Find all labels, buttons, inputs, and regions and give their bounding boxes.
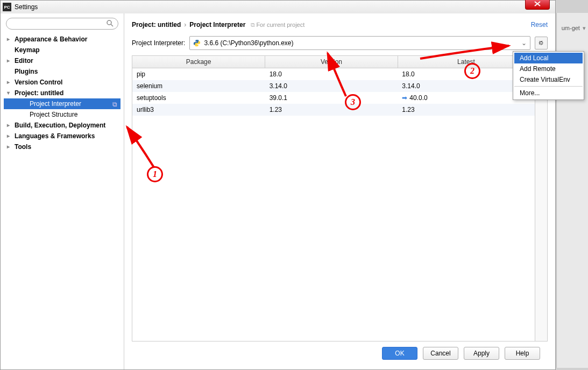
close-button[interactable] xyxy=(525,0,550,10)
search-wrap xyxy=(1,18,124,34)
tree-plugins[interactable]: Plugins xyxy=(4,66,121,77)
table-row[interactable]: pip18.018.0 xyxy=(132,68,535,81)
chevron-down-icon: ▾ xyxy=(7,90,10,96)
tree-version-control[interactable]: ▸Version Control xyxy=(4,77,121,88)
titlebar: PC Settings xyxy=(1,1,555,14)
upgrade-arrow-icon: ➡ xyxy=(402,94,407,102)
settings-window: PC Settings ▸Appearance & Behavior Keyma… xyxy=(0,0,556,370)
cancel-button[interactable]: Cancel xyxy=(423,347,458,360)
python-icon xyxy=(193,39,201,47)
chevron-right-icon: ▸ xyxy=(7,122,10,128)
tree-build[interactable]: ▸Build, Execution, Deployment xyxy=(4,120,121,131)
chevron-down-icon: ▾ xyxy=(581,25,586,31)
background-tab: um-get ▾ xyxy=(562,25,586,32)
interpreter-gear-button[interactable]: ⛭ xyxy=(535,37,548,49)
col-version[interactable]: Version xyxy=(265,56,398,68)
table-header-row: Package Version Latest xyxy=(132,56,535,68)
breadcrumb: Project: untitled › Project Interpreter … xyxy=(132,21,548,29)
table-row[interactable]: urllib31.231.23 xyxy=(132,104,535,116)
help-button[interactable]: Help xyxy=(505,347,540,360)
interpreter-label: Project Interpreter: xyxy=(132,39,185,47)
menu-more[interactable]: More... xyxy=(514,88,583,98)
table-row[interactable]: selenium3.14.03.14.0 xyxy=(132,80,535,92)
menu-create-virtualenv[interactable]: Create VirtualEnv xyxy=(514,74,583,85)
cell-version: 18.0 xyxy=(265,68,398,81)
interpreter-dropdown[interactable]: 3.6.6 (C:\Python36\python.exe) ⌄ xyxy=(189,36,530,50)
interpreter-context-menu: Add Local Add Remote Create VirtualEnv M… xyxy=(513,51,584,100)
menu-separator xyxy=(514,86,583,87)
interpreter-value: 3.6.6 (C:\Python36\python.exe) xyxy=(204,39,293,47)
chevron-right-icon: ▸ xyxy=(7,36,10,42)
tree-tools[interactable]: ▸Tools xyxy=(4,141,121,152)
tree-languages[interactable]: ▸Languages & Frameworks xyxy=(4,131,121,141)
apply-button[interactable]: Apply xyxy=(464,347,499,360)
table-row[interactable]: setuptools39.0.1➡40.0.0 xyxy=(132,92,535,104)
sidebar: ▸Appearance & Behavior Keymap ▸Editor Pl… xyxy=(1,13,124,369)
gear-icon: ⛭ xyxy=(538,39,544,47)
copy-icon: ⧉ xyxy=(112,101,117,108)
chevron-right-icon: ▸ xyxy=(7,133,10,139)
tree-project-interpreter[interactable]: Project Interpreter⧉ xyxy=(4,98,121,109)
interpreter-row: Project Interpreter: 3.6.6 (C:\Python36\… xyxy=(132,36,548,50)
tree-project[interactable]: ▾Project: untitled xyxy=(4,88,121,98)
menu-add-local[interactable]: Add Local xyxy=(514,53,583,63)
chevron-right-icon: ▸ xyxy=(7,144,10,150)
breadcrumb-project[interactable]: Project: untitled xyxy=(132,21,181,29)
search-input[interactable] xyxy=(6,18,118,30)
breadcrumb-page: Project Interpreter xyxy=(189,21,245,29)
cell-version: 3.14.0 xyxy=(265,80,398,92)
main-panel: Project: untitled › Project Interpreter … xyxy=(124,13,555,369)
ok-button[interactable]: OK xyxy=(382,347,417,360)
chevron-right-icon: › xyxy=(184,21,186,29)
cell-package: urllib3 xyxy=(132,104,265,116)
reset-link[interactable]: Reset xyxy=(531,21,548,29)
copy-icon: ⧉ xyxy=(251,22,255,28)
settings-tree: ▸Appearance & Behavior Keymap ▸Editor Pl… xyxy=(1,34,124,369)
tree-project-structure[interactable]: Project Structure xyxy=(4,109,121,120)
tree-appearance[interactable]: ▸Appearance & Behavior xyxy=(4,34,121,45)
packages-table-wrap: Package Version Latest pip18.018.0seleni… xyxy=(132,55,548,341)
current-project-note: ⧉For current project xyxy=(251,22,304,29)
tree-editor[interactable]: ▸Editor xyxy=(4,55,121,66)
dialog-button-bar: OK Cancel Apply Help xyxy=(132,341,548,365)
tree-keymap[interactable]: Keymap xyxy=(4,45,121,55)
cell-version: 1.23 xyxy=(265,104,398,116)
window-title: Settings xyxy=(15,3,553,11)
col-package[interactable]: Package xyxy=(132,56,265,68)
chevron-right-icon: ▸ xyxy=(7,58,10,63)
cell-latest: 1.23 xyxy=(398,104,534,116)
cell-package: selenium xyxy=(132,80,265,92)
app-icon: PC xyxy=(3,3,11,11)
packages-table: Package Version Latest pip18.018.0seleni… xyxy=(132,56,535,116)
cell-package: setuptools xyxy=(132,92,265,104)
cell-version: 39.0.1 xyxy=(265,92,398,104)
cell-package: pip xyxy=(132,68,265,81)
menu-add-remote[interactable]: Add Remote xyxy=(514,63,583,74)
chevron-right-icon: ▸ xyxy=(7,79,10,85)
chevron-down-icon: ⌄ xyxy=(521,39,527,47)
close-icon xyxy=(534,1,541,6)
